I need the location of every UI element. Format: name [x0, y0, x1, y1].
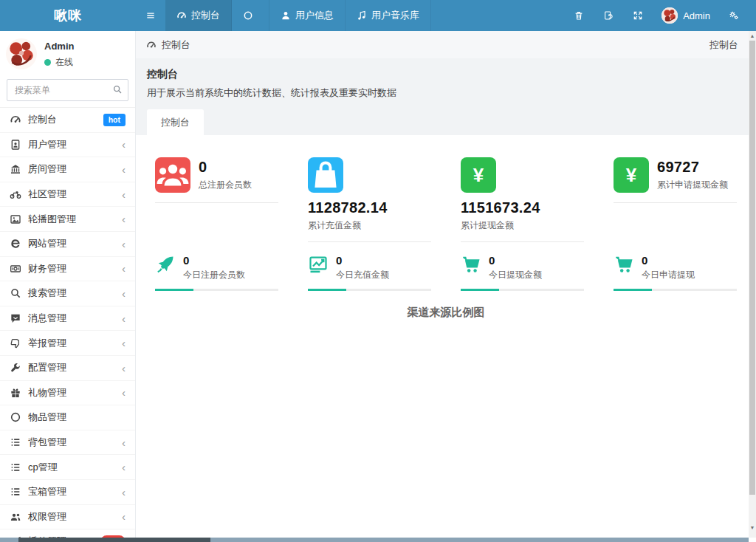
divider	[155, 202, 278, 203]
sidebar-menu-item[interactable]: 网站管理 ‹	[0, 232, 135, 257]
scrollbar-thumb[interactable]	[18, 538, 210, 542]
sidebar-menu-item[interactable]: 权限管理 ‹	[0, 505, 135, 530]
main-content: 控制台 控制台 控制台 用于展示当前系统中的统计数据、统计报表及重要实时数据 控…	[136, 31, 756, 542]
list-icon	[10, 486, 21, 498]
menu-item-label: cp管理	[28, 461, 58, 474]
chevron-left-icon: ‹	[122, 387, 126, 398]
image-icon	[10, 213, 21, 225]
menu-item-label: 宝箱管理	[28, 485, 66, 498]
online-dot-icon	[44, 59, 51, 66]
primary-stats: 0 总注册会员数 1128782.14 累计充值金额 ¥ 1151673.24 …	[140, 157, 752, 242]
app-brand[interactable]: 啾咪	[0, 0, 136, 31]
stat-label: 累计申请提现金额	[657, 179, 728, 191]
menu-item-label: 控制台	[28, 113, 57, 126]
sidebar-menu-item[interactable]: 社区管理 ‹	[0, 182, 135, 207]
hamburger-icon	[145, 10, 156, 21]
menu-item-label: 消息管理	[28, 312, 66, 325]
gift-icon	[10, 387, 21, 399]
sidebar-menu-item[interactable]: 控制台 hot	[0, 108, 135, 133]
settings-button[interactable]	[719, 10, 749, 21]
clear-cache-button[interactable]	[564, 10, 594, 21]
menu-item-label: 轮播图管理	[28, 213, 76, 226]
user-status: 在线	[44, 56, 74, 69]
sidebar-menu-item[interactable]: 背包管理 ‹	[0, 430, 135, 456]
sidebar: Admin 在线 控制台 hot 用户管理 ‹ 房间管理 ‹ 社区管理 ‹	[0, 31, 136, 542]
scrollbar-thumb[interactable]	[749, 41, 755, 495]
sidebar-menu-item[interactable]: 配置管理 ‹	[0, 356, 135, 381]
navtab-user-music[interactable]: 用户音乐库	[346, 0, 431, 31]
music-icon	[357, 10, 367, 21]
circle-icon	[243, 10, 253, 21]
scroll-up-icon[interactable]: ▲	[749, 32, 756, 40]
cogs-icon	[729, 10, 739, 21]
yen-icon: ¥	[461, 157, 496, 193]
breadcrumb-current[interactable]: 控制台	[162, 38, 190, 52]
chart-area	[136, 320, 756, 541]
menu-search	[7, 79, 128, 101]
avatar[interactable]	[6, 38, 37, 69]
navtab-user-info[interactable]: 用户信息	[269, 0, 346, 31]
sidebar-menu-item[interactable]: 举报管理 ‹	[0, 331, 135, 356]
sidebar-toggle-button[interactable]	[136, 0, 165, 31]
page-description: 用于展示当前系统中的统计数据、统计报表及重要实时数据	[147, 86, 745, 100]
sidebar-menu-item[interactable]: cp管理 ‹	[0, 455, 135, 480]
stat-value: 1128782.14	[308, 199, 431, 216]
scroll-down-icon[interactable]: ▼	[749, 524, 756, 532]
navtab-loading[interactable]	[232, 0, 269, 31]
progress-bar	[614, 289, 737, 291]
stat-box-small: 0 今日申请提现	[599, 254, 752, 291]
sidebar-menu-item[interactable]: 物品管理	[0, 405, 135, 430]
dashboard-icon	[176, 10, 187, 21]
sidebar-menu-item[interactable]: 礼物管理 ‹	[0, 381, 135, 406]
search-input[interactable]	[7, 79, 128, 101]
stat-label: 累计充值金额	[308, 219, 431, 232]
vertical-scrollbar[interactable]: ▲ ▼	[749, 31, 756, 538]
navtab-label: 用户信息	[295, 9, 334, 22]
dashboard-body: 0 总注册会员数 1128782.14 累计充值金额 ¥ 1151673.24 …	[136, 135, 756, 542]
bank-icon	[10, 163, 21, 175]
user-menu[interactable]: Admin	[653, 7, 719, 24]
sidebar-menu-item[interactable]: 财务管理 ‹	[0, 257, 135, 282]
navtab-dashboard[interactable]: 控制台	[165, 0, 232, 31]
sidebar-menu: 控制台 hot 用户管理 ‹ 房间管理 ‹ 社区管理 ‹ 轮播图管理 ‹ 网站管…	[0, 107, 135, 542]
stat-label: 今日充值金额	[336, 269, 389, 281]
menu-item-label: 房间管理	[28, 162, 66, 176]
user-icon	[281, 10, 291, 21]
stat-value: 0	[183, 254, 245, 267]
sidebar-menu-item[interactable]: 房间管理 ‹	[0, 157, 135, 182]
horizontal-scrollbar[interactable]	[0, 538, 749, 542]
users-icon	[10, 511, 21, 523]
sidebar-menu-item[interactable]: 消息管理 ‹	[0, 306, 135, 332]
status-label: 在线	[55, 56, 73, 69]
stat-box: 0 总注册会员数	[140, 157, 293, 203]
chart-line-icon	[308, 254, 329, 275]
chart-title: 渠道来源比例图	[136, 306, 756, 320]
sidebar-user-panel: Admin 在线	[0, 31, 135, 75]
chevron-left-icon: ‹	[122, 213, 126, 224]
menu-item-label: 权限管理	[28, 510, 66, 524]
chevron-left-icon: ‹	[122, 288, 126, 299]
stat-box-small: 0 今日充值金额	[293, 254, 446, 291]
fullscreen-button[interactable]	[623, 10, 653, 21]
sidebar-menu-item[interactable]: 用户管理 ‹	[0, 133, 135, 158]
sidebar-menu-item[interactable]: 宝箱管理 ‹	[0, 480, 135, 505]
sidebar-menu-item[interactable]: 轮播图管理 ‹	[0, 207, 135, 232]
refresh-cache-button[interactable]	[594, 10, 623, 21]
rocket-icon	[155, 254, 176, 275]
stat-value: 0	[199, 159, 252, 176]
menu-item-label: 用户管理	[28, 138, 66, 151]
list-icon	[10, 462, 21, 473]
wrench-icon	[10, 362, 21, 374]
tab-dashboard[interactable]: 控制台	[147, 109, 204, 135]
progress-bar	[461, 289, 584, 291]
page-header-panel: 控制台 用于展示当前系统中的统计数据、统计报表及重要实时数据 控制台	[136, 58, 756, 135]
money-icon	[10, 263, 21, 275]
chevron-left-icon: ‹	[122, 437, 126, 448]
username-label: Admin	[683, 10, 710, 21]
chevron-left-icon: ‹	[122, 363, 126, 374]
chevron-left-icon: ‹	[122, 337, 126, 349]
sidebar-menu-item[interactable]: 搜索管理 ‹	[0, 281, 135, 306]
stat-label: 今日注册会员数	[183, 269, 245, 281]
stat-label: 今日申请提现	[642, 269, 695, 281]
stat-box-small: 0 今日注册会员数	[140, 254, 293, 291]
